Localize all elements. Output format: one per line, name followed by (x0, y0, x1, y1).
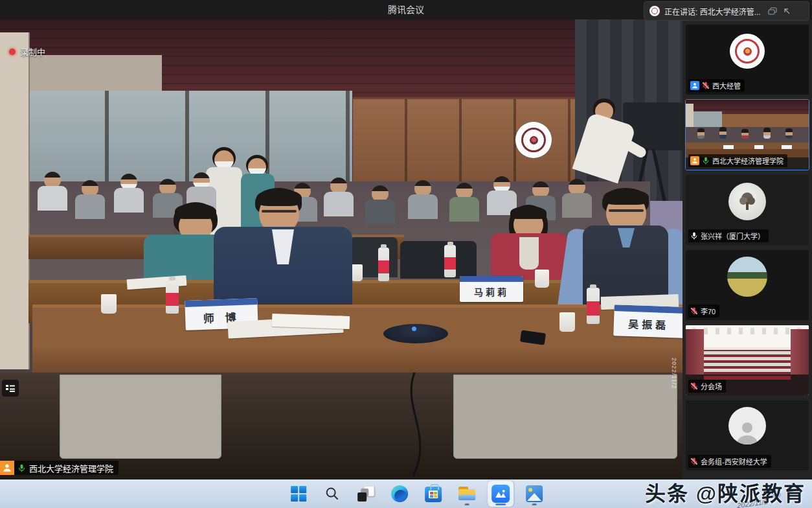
recording-dot-icon (9, 49, 16, 55)
cable (363, 369, 466, 479)
tencent-meeting-icon (491, 485, 510, 503)
white-pillar (0, 32, 30, 369)
desk-panel (60, 375, 221, 459)
water-bottle (166, 280, 179, 314)
member-badge-icon (690, 81, 699, 90)
edge-browser-button[interactable] (387, 481, 412, 507)
university-seal-logo (515, 122, 552, 158)
mini-person (785, 128, 793, 139)
layout-toggle-button[interactable] (2, 380, 19, 397)
participant-tile-xida-jingguan[interactable]: 西大经管 (686, 25, 809, 95)
participants-sidebar: 西大经管 西北大学经济管理学院 (682, 19, 812, 479)
upper-wall (28, 55, 162, 93)
avatar-seal (730, 34, 765, 69)
desk-panel (453, 375, 677, 459)
microsoft-store-button[interactable] (420, 481, 446, 507)
water-bottle (378, 248, 389, 281)
edge-icon (391, 485, 408, 502)
photos-icon (526, 485, 543, 502)
mini-person (719, 127, 727, 139)
main-speaker-nameplate: 西北大学经济管理学院 (0, 461, 118, 475)
windows-logo-icon (291, 486, 306, 502)
paper-cup (535, 270, 549, 288)
audience-member (75, 180, 105, 219)
paper-cup (351, 264, 363, 281)
task-view-icon (357, 486, 374, 502)
store-icon (425, 487, 442, 502)
recording-indicator: 录制中 (9, 45, 45, 58)
mic-muted-icon (690, 307, 698, 315)
seat-rows (704, 350, 791, 375)
list-layout-icon (6, 384, 15, 392)
participant-tile-xcfe[interactable]: 会务组-西安财经大学 (686, 400, 809, 470)
avatar-default-person (728, 407, 766, 444)
audience-member (38, 172, 67, 211)
meeting-logo-icon (649, 6, 660, 16)
task-view-button[interactable] (353, 481, 379, 507)
participant-tile-zhang[interactable]: 张兴祥（厦门大学） (686, 175, 809, 245)
audience-member (114, 174, 144, 213)
audience-member (408, 180, 438, 219)
participant-tile-nwu[interactable]: 西北大学经济管理学院 (686, 100, 809, 170)
start-button[interactable] (286, 481, 311, 507)
name-plate-ma-lili: 马莉莉 (460, 276, 523, 302)
folder-icon (458, 487, 475, 501)
active-speaker-text: 正在讲话: 西北大学经济管... (664, 6, 761, 17)
water-bottle (587, 288, 600, 324)
front-desk (32, 305, 682, 378)
chair-back (400, 241, 477, 279)
toutiao-watermark: 头条 @陕派教育 2022/11/2 (645, 477, 806, 507)
avatar-tree (728, 183, 766, 220)
search-button[interactable] (319, 481, 345, 507)
documents (272, 314, 350, 329)
mic-muted-icon (690, 382, 698, 390)
mini-person (697, 128, 705, 139)
main-video-feed[interactable]: 马莉莉 师 博 吴振磊 (0, 19, 682, 479)
collapse-arrow-icon[interactable] (782, 7, 791, 15)
active-speaker-overlay[interactable]: 正在讲话: 西北大学经济管... (644, 1, 809, 21)
paper-cup (559, 312, 575, 332)
mic-on-icon (17, 464, 26, 472)
audience-member (365, 185, 395, 224)
water-bottle (444, 245, 456, 277)
host-badge-icon (690, 156, 699, 165)
switch-view-icon[interactable] (768, 7, 777, 15)
search-icon (324, 486, 340, 502)
desktop-screen: { "window": { "title": "腾讯会议" }, "status… (0, 0, 812, 508)
file-explorer-button[interactable] (454, 481, 480, 507)
date-watermark-vertical: 2022/11/2 (671, 358, 677, 389)
participant-tile-branch-venue[interactable]: 分会场 (686, 325, 809, 395)
avatar-field-photo (727, 257, 767, 297)
mic-on-icon (702, 157, 710, 165)
tencent-meeting-button[interactable] (488, 481, 513, 507)
participant-tile-li70[interactable]: 李70 (686, 250, 809, 320)
mic-on-icon (690, 232, 698, 240)
audience-member (449, 183, 479, 222)
speakerphone-led (412, 327, 416, 331)
mic-muted-icon (690, 457, 698, 465)
mini-person (763, 128, 771, 139)
photos-button[interactable] (521, 481, 547, 507)
mini-person (741, 129, 749, 139)
host-badge-icon (0, 461, 14, 475)
mic-muted-icon (702, 82, 710, 89)
ceiling-lights (692, 328, 802, 334)
name-plate-wu-zhenlei: 吴振磊 (613, 305, 682, 338)
paper-cup (101, 294, 117, 314)
